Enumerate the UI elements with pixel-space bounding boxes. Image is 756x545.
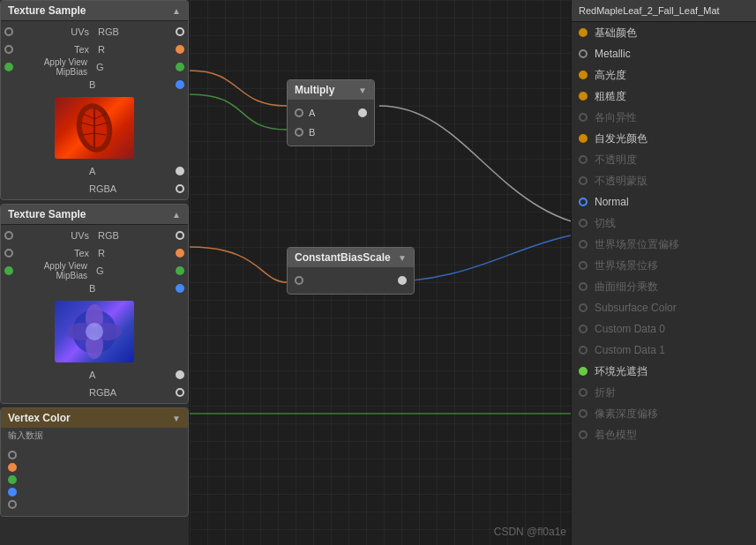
flower-svg bbox=[55, 301, 134, 362]
right-panel-header: RedMapleLeaf_2_Fall_Leaf_Mat bbox=[572, 0, 756, 22]
right-item-label: 着色模型 bbox=[595, 428, 637, 443]
texture-preview-2 bbox=[55, 301, 134, 362]
right-panel-item[interactable]: 像素深度偏移 bbox=[572, 403, 756, 424]
vertex-pin-red bbox=[8, 463, 17, 472]
right-item-dot bbox=[579, 198, 588, 206]
multiply-a-row: A bbox=[288, 103, 374, 123]
right-item-dot bbox=[579, 28, 588, 37]
texture-sample-2-collapse[interactable]: ▲ bbox=[172, 210, 181, 220]
uvs2-label: UVs bbox=[17, 230, 94, 241]
right-panel-item[interactable]: 自发光颜色 bbox=[572, 128, 756, 149]
right-item-dot bbox=[579, 367, 588, 376]
leaf-svg bbox=[64, 101, 125, 154]
multiply-a-label: A bbox=[309, 108, 353, 118]
right-panel-item[interactable]: 基础颜色 bbox=[572, 22, 756, 43]
right-item-dot bbox=[579, 409, 588, 418]
right-panel-item[interactable]: 世界场景位移 bbox=[572, 255, 756, 276]
constant-bias-scale-node[interactable]: ConstantBiasScale ▼ bbox=[287, 247, 415, 295]
multiply-dropdown[interactable]: ▼ bbox=[358, 86, 367, 95]
right-item-label: Normal bbox=[595, 196, 629, 208]
rgb2-right-pin bbox=[176, 231, 184, 240]
vertex-color-header[interactable]: Vertex Color ▼ bbox=[1, 408, 188, 428]
r2-label: R bbox=[94, 248, 176, 258]
mipbias1-label: Apply View MipBias bbox=[13, 57, 93, 77]
uvs-left-pin bbox=[4, 27, 13, 36]
tex2-left-pin bbox=[4, 249, 13, 258]
uvs-label: UVs bbox=[17, 26, 94, 37]
right-panel-item[interactable]: 不透明度 bbox=[572, 149, 756, 170]
right-item-label: 世界场景位移 bbox=[595, 258, 658, 273]
right-item-dot bbox=[579, 92, 588, 101]
g2-label: G bbox=[93, 265, 176, 276]
vertex-pin-green bbox=[8, 475, 17, 484]
multiply-header[interactable]: Multiply ▼ bbox=[288, 80, 374, 100]
a2-label: A bbox=[86, 370, 176, 380]
multiply-node[interactable]: Multiply ▼ A B bbox=[287, 79, 375, 146]
right-item-dot bbox=[579, 219, 588, 228]
vertex-color-collapse[interactable]: ▼ bbox=[172, 414, 181, 423]
right-panel-item[interactable]: Subsurface Color bbox=[572, 297, 756, 318]
node-row: A bbox=[1, 366, 188, 384]
right-panel-item[interactable]: 各向异性 bbox=[572, 107, 756, 128]
right-item-label: 曲面细分乘数 bbox=[595, 280, 658, 295]
node-row: RGBA bbox=[1, 384, 188, 401]
constant-bias-scale-dropdown[interactable]: ▼ bbox=[398, 253, 407, 263]
right-item-dot bbox=[579, 176, 588, 185]
multiply-title: Multiply bbox=[295, 84, 334, 96]
node-row: A bbox=[1, 162, 188, 180]
right-item-label: 自发光颜色 bbox=[595, 131, 647, 146]
constant-bias-scale-header[interactable]: ConstantBiasScale ▼ bbox=[288, 248, 414, 267]
right-panel-item[interactable]: Normal bbox=[572, 191, 756, 213]
canvas-area[interactable]: Multiply ▼ A B ConstantBiasScale ▼ bbox=[190, 0, 571, 545]
right-panel-item[interactable]: 不透明蒙版 bbox=[572, 170, 756, 191]
rgba1-label: RGBA bbox=[86, 183, 176, 194]
b2-right-pin bbox=[176, 284, 184, 293]
right-panel-item[interactable]: 高光度 bbox=[572, 64, 756, 86]
node-row: Apply View MipBias G bbox=[1, 262, 188, 280]
right-item-label: 各向异性 bbox=[595, 110, 637, 125]
multiply-b-in-pin bbox=[295, 128, 303, 137]
vertex-color-title: Vertex Color bbox=[8, 412, 71, 424]
vertex-pins bbox=[1, 444, 188, 516]
node-row: Tex R bbox=[1, 244, 188, 262]
right-panel-item[interactable]: Custom Data 0 bbox=[572, 318, 756, 340]
texture-preview-1 bbox=[55, 97, 134, 159]
right-item-label: 基础颜色 bbox=[595, 26, 637, 41]
texture-sample-1-title: Texture Sample bbox=[8, 4, 86, 17]
multiply-body: A B bbox=[288, 100, 374, 146]
g1-label: G bbox=[93, 62, 176, 72]
g2-right-pin bbox=[176, 266, 184, 275]
right-panel-item[interactable]: 世界场景位置偏移 bbox=[572, 234, 756, 255]
right-panel-item[interactable]: Custom Data 1 bbox=[572, 340, 756, 361]
tex1-label: Tex bbox=[17, 44, 94, 55]
texture-sample-1-header[interactable]: Texture Sample ▲ bbox=[1, 1, 188, 21]
right-panel-item[interactable]: 切线 bbox=[572, 213, 756, 234]
flower-texture bbox=[55, 301, 134, 362]
rgb-label: RGB bbox=[94, 26, 176, 37]
right-item-dot bbox=[579, 240, 588, 249]
texture-sample-2-header[interactable]: Texture Sample ▲ bbox=[1, 205, 188, 225]
right-item-dot bbox=[579, 71, 588, 79]
r1-right-pin bbox=[176, 45, 184, 54]
uvs2-left-pin bbox=[4, 231, 13, 240]
g1-right-pin bbox=[176, 63, 184, 71]
cbs-out-pin bbox=[398, 276, 407, 285]
right-item-dot bbox=[579, 282, 588, 291]
node-row: B bbox=[1, 76, 188, 93]
texture-sample-2-rows: UVs RGB Tex R Apply View MipBias G B bbox=[1, 225, 188, 403]
right-panel-item[interactable]: 粗糙度 bbox=[572, 86, 756, 107]
right-item-dot bbox=[579, 325, 588, 333]
right-panel-item[interactable]: 着色模型 bbox=[572, 424, 756, 445]
right-panel-item[interactable]: 折射 bbox=[572, 382, 756, 403]
texture-sample-2-card: Texture Sample ▲ UVs RGB Tex R Apply Vie… bbox=[0, 204, 189, 404]
cbs-in-pin bbox=[295, 276, 303, 285]
right-panel-item[interactable]: Metallic bbox=[572, 43, 756, 64]
right-item-label: 折射 bbox=[595, 385, 616, 400]
right-item-dot bbox=[579, 261, 588, 270]
right-panel-item[interactable]: 环境光遮挡 bbox=[572, 361, 756, 382]
right-item-label: 高光度 bbox=[595, 68, 626, 83]
rgba2-label: RGBA bbox=[86, 387, 176, 398]
right-panel-item[interactable]: 曲面细分乘数 bbox=[572, 276, 756, 297]
texture-sample-1-collapse[interactable]: ▲ bbox=[172, 6, 181, 16]
vertex-pin-gray2 bbox=[8, 500, 17, 509]
